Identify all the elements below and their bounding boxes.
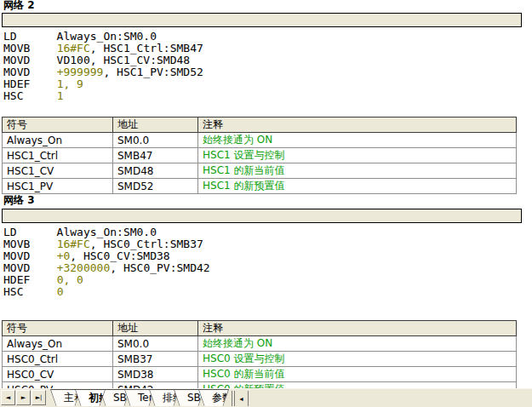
tab-strip-end: ◄ — [231, 390, 249, 407]
tab-strip-divider — [248, 391, 249, 406]
tab-scroll-left-button[interactable]: ◄ — [1, 390, 15, 405]
symbol-row: HSC1_PVSMD52HSC1 的新预置值 — [3, 179, 517, 194]
address-cell: SMD38 — [113, 367, 198, 382]
tab-strip-divider — [232, 391, 232, 406]
network-comment-bar[interactable] — [2, 209, 522, 223]
symbol-cell: HSC0_CV — [3, 367, 113, 382]
network-title: 网络 2 — [3, 0, 35, 11]
stl-code-line: HDEF 1, 9 — [3, 78, 203, 90]
symbol-table-header-row: 符号地址注释 — [3, 118, 517, 133]
stl-code-line: MOVD +3200000, HSC0_PV:SMD42 — [3, 262, 210, 274]
tab-strip-divider — [234, 391, 235, 406]
symbol-cell: HSC1_CV — [3, 163, 113, 179]
symbol-row: HSC0_CtrlSMB37HSC0 设置与控制 — [3, 352, 517, 367]
address-cell: SM0.0 — [113, 133, 198, 148]
network-title: 网络 3 — [3, 195, 35, 206]
symbol-table-header-row: 符号地址注释 — [3, 321, 517, 336]
comment-cell: HSC1 设置与控制 — [198, 148, 517, 163]
tab-strip-scroll-left-button[interactable]: ◄ — [236, 391, 247, 406]
column-header: 符号 — [3, 321, 113, 336]
address-cell: SMD52 — [113, 179, 198, 194]
symbol-cell: HSC1_Ctrl — [3, 148, 113, 163]
pou-tab-初始化[interactable]: 初始化 — [75, 389, 106, 406]
program-editor: { "colors": { "comment_green": "#0a9e0a"… — [0, 0, 532, 407]
symbol-row: HSC1_CtrlSMB47HSC1 设置与控制 — [3, 148, 517, 163]
stl-code-line: LD Always_On:SM0.0 — [3, 31, 203, 43]
scroll-left-icon: ◄ — [238, 396, 244, 402]
network-comment-bar[interactable] — [2, 13, 522, 27]
stl-code-line: HSC 1 — [3, 90, 203, 102]
stl-code-line: MOVB 16#FC, HSC0_Ctrl:SMB37 — [3, 238, 210, 250]
comment-cell: 始终接通为 ON — [198, 336, 517, 352]
stl-code-line: MOVD +999999, HSC1_PV:SMD52 — [3, 66, 203, 78]
symbol-cell: HSC1_PV — [3, 179, 113, 194]
column-header: 注释 — [198, 118, 517, 133]
comment-cell: HSC0 的新当前值 — [198, 367, 517, 382]
pou-tab-bar: ◄ ► ►| 主程序初始化SBR_1TensionCal排线给定计算SBR_5参… — [0, 388, 532, 407]
symbol-cell: Always_On — [3, 336, 113, 352]
pou-tabs: 主程序初始化SBR_1TensionCal排线给定计算SBR_5参数存储 — [50, 389, 229, 407]
stl-code-block[interactable]: LD Always_On:SM0.0MOVB 16#FC, HSC0_Ctrl:… — [3, 226, 210, 298]
scroll-left-icon: ◄ — [6, 394, 10, 401]
pou-tab-参数存储[interactable]: 参数存储 — [198, 389, 229, 406]
tab-scroll-right-button[interactable]: ► — [16, 390, 31, 405]
address-cell: SMD48 — [113, 163, 198, 179]
address-cell: SM0.0 — [113, 336, 198, 352]
symbol-row: Always_OnSM0.0始终接通为 ON — [3, 133, 517, 148]
symbol-row: Always_OnSM0.0始终接通为 ON — [3, 336, 517, 352]
address-cell: SMB37 — [113, 352, 198, 367]
symbol-row: HSC0_CVSMD38HSC0 的新当前值 — [3, 367, 517, 382]
symbol-table: 符号地址注释 Always_OnSM0.0始终接通为 ONHSC1_CtrlSM… — [2, 117, 517, 194]
stl-code-line: MOVB 16#FC, HSC1_Ctrl:SMB47 — [3, 43, 203, 54]
symbol-table: 符号地址注释 Always_OnSM0.0始终接通为 ONHSC0_CtrlSM… — [2, 320, 517, 398]
stl-code-line: HDEF 0, 0 — [3, 274, 210, 286]
scroll-right-icon: ► — [21, 394, 26, 401]
symbol-row: HSC1_CVSMD48HSC1 的新当前值 — [3, 163, 517, 179]
stl-code-block[interactable]: LD Always_On:SM0.0MOVB 16#FC, HSC1_Ctrl:… — [3, 31, 203, 102]
column-header: 地址 — [113, 321, 198, 336]
stl-code-line: MOVD +0, HSC0_CV:SMD38 — [3, 250, 210, 262]
column-header: 注释 — [198, 321, 517, 336]
stl-code-line: MOVD VD100, HSC1_CV:SMD48 — [3, 54, 203, 66]
comment-cell: HSC1 的新预置值 — [198, 179, 517, 194]
stl-code-line: HSC 0 — [3, 286, 210, 298]
column-header: 符号 — [3, 118, 113, 133]
tab-scroll-last-button[interactable]: ►| — [31, 390, 46, 405]
scroll-last-icon: ►| — [36, 394, 43, 401]
stl-code-line: LD Always_On:SM0.0 — [3, 226, 210, 238]
symbol-cell: Always_On — [3, 133, 113, 148]
address-cell: SMB47 — [113, 148, 198, 163]
column-header: 地址 — [113, 118, 198, 133]
comment-cell: HSC1 的新当前值 — [198, 163, 517, 179]
comment-cell: 始终接通为 ON — [198, 133, 517, 148]
symbol-cell: HSC0_Ctrl — [3, 352, 113, 367]
comment-cell: HSC0 设置与控制 — [198, 352, 517, 367]
